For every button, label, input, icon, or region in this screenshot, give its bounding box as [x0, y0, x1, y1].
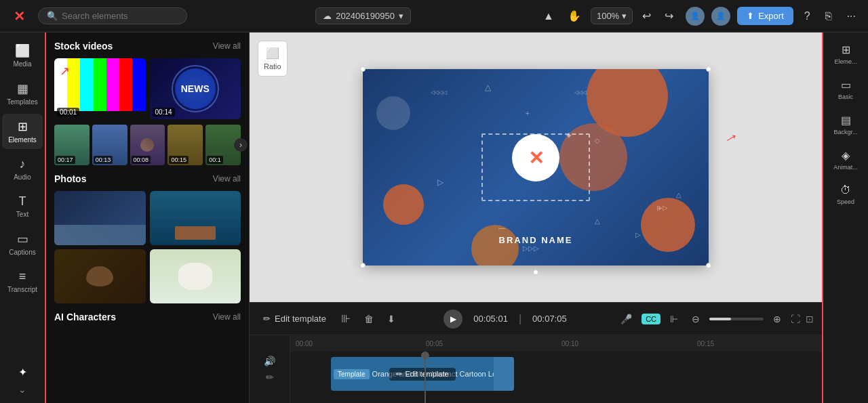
blob-4	[376, 96, 410, 130]
hand-tool-button[interactable]: ✋	[564, 7, 585, 25]
track-edit-icon[interactable]: ✏	[266, 372, 274, 383]
photos-grid	[54, 191, 241, 303]
right-sidebar-item-background[interactable]: ▤ Backgr...	[825, 108, 866, 141]
search-bar[interactable]: 🔍	[38, 7, 187, 24]
small-video-0[interactable]: 00:17	[54, 125, 90, 165]
text-icon: T	[19, 194, 26, 209]
ai-characters-header: AI Characters View all	[54, 312, 241, 322]
right-sidebar-item-animate[interactable]: ◈ Animat...	[825, 144, 866, 176]
undo-button[interactable]: ↩	[638, 7, 655, 25]
sidebar-item-captions[interactable]: ▭ Captions	[2, 226, 43, 261]
photos-section: Photos View all	[54, 173, 241, 303]
right-speed-label: Speed	[837, 198, 854, 205]
small-video-duration-3: 00:15	[169, 156, 189, 164]
stock-video-item-0[interactable]: ↗ 00:01	[54, 58, 146, 119]
right-background-icon: ▤	[841, 114, 851, 127]
zoom-control[interactable]: 100% ▾	[591, 7, 633, 24]
photo-item-1[interactable]	[150, 191, 241, 245]
clip-overlay[interactable]: ✏ Edit template	[331, 357, 514, 391]
canvas-handle-tr[interactable]	[706, 66, 711, 72]
help-button[interactable]: ?	[800, 7, 814, 25]
split-tl-button[interactable]: ⊩	[666, 311, 682, 327]
transcript-icon: ≡	[19, 270, 26, 284]
edit-template-button[interactable]: ✏ Edit template	[258, 311, 332, 326]
ratio-button[interactable]: ⬜ Ratio	[258, 41, 288, 77]
small-video-1[interactable]: 00:13	[92, 125, 127, 165]
star-icon[interactable]: ✦	[18, 366, 27, 379]
export-button[interactable]: ⬆ Export	[737, 7, 793, 25]
download-button[interactable]: ⬇	[383, 311, 399, 327]
sidebar-item-audio[interactable]: ♪ Audio	[2, 152, 43, 186]
fullscreen-button[interactable]: ⊡	[806, 314, 814, 324]
edit-template-overlay[interactable]: ✏ Edit template	[389, 368, 455, 381]
blob-2	[641, 198, 695, 252]
ruler-mark-2: 00:10	[561, 340, 578, 347]
edit-overlay-icon: ✏	[396, 370, 402, 379]
current-time: 00:05:01	[473, 314, 508, 324]
play-button[interactable]: ▶	[443, 310, 462, 328]
right-sidebar-item-speed[interactable]: ⏱ Speed	[825, 179, 866, 211]
sidebar-item-transcript[interactable]: ≡ Transcript	[2, 264, 43, 299]
delete-button[interactable]: 🗑	[360, 311, 378, 327]
sidebar-item-media[interactable]: ⬜ Media	[2, 38, 43, 73]
video-duration-0: 00:01	[57, 108, 79, 116]
zoom-in-tl-button[interactable]: ⊕	[769, 311, 785, 327]
deco-chevrons-right: ◁◁◁	[574, 89, 587, 96]
photo-item-3[interactable]	[150, 249, 241, 303]
photo-item-0[interactable]	[54, 191, 146, 245]
redo-button[interactable]: ↪	[660, 7, 677, 25]
canvas-selected-element[interactable]: ✕	[481, 133, 590, 201]
track-volume-icon[interactable]: 🔊	[264, 356, 275, 366]
right-sidebar-item-basic[interactable]: ▭ Basic	[825, 73, 866, 106]
small-video-2[interactable]: 00:08	[130, 125, 165, 165]
export-label: Export	[758, 11, 784, 21]
photo-item-2[interactable]	[54, 249, 146, 303]
right-sidebar-item-elements[interactable]: ⊞ Eleme...	[825, 38, 866, 70]
logo-icon: ✕	[14, 8, 25, 24]
split-button[interactable]: ⊪	[337, 310, 355, 328]
mic-button[interactable]: 🎤	[616, 311, 636, 327]
red-arrow-right: →	[719, 125, 743, 150]
photos-title: Photos	[54, 173, 86, 184]
stock-video-item-1[interactable]: NEWS 00:14	[150, 58, 241, 119]
zoom-chevron-icon: ▾	[622, 11, 627, 21]
edit-template-icon: ✏	[263, 314, 271, 324]
photos-view-all[interactable]: View all	[213, 174, 241, 184]
project-name[interactable]: ☁ 202406190950 ▾	[315, 7, 411, 24]
small-videos-next-icon[interactable]: ›	[234, 138, 248, 152]
canvas-handle-bl[interactable]	[360, 263, 366, 268]
elements-icon: ⊞	[18, 119, 28, 134]
share-button[interactable]: ⎘	[821, 7, 836, 25]
sidebar-item-templates[interactable]: ▦ Templates	[2, 76, 43, 111]
sidebar-label-media: Media	[13, 60, 31, 68]
right-animate-icon: ◈	[842, 149, 850, 162]
sidebar-item-elements[interactable]: ⊞ Elements	[2, 114, 43, 149]
right-elements-icon: ⊞	[842, 43, 850, 56]
more-button[interactable]: ···	[843, 7, 860, 25]
captions-tl-button[interactable]: CC	[642, 314, 660, 324]
canvas-handle-tl[interactable]	[360, 66, 366, 72]
stock-videos-view-all[interactable]: View all	[213, 41, 241, 51]
video-duration-1: 00:14	[153, 108, 175, 116]
zoom-out-tl-button[interactable]: ⊖	[688, 311, 704, 327]
small-video-3[interactable]: 00:15	[167, 125, 203, 165]
cursor-tool-button[interactable]: ▲	[539, 7, 558, 25]
timeline-clip[interactable]: Template Orange and Blue Abstract Cartoo…	[331, 357, 514, 391]
sidebar-item-text[interactable]: T Text	[2, 189, 43, 224]
sidebar-label-templates: Templates	[7, 98, 38, 106]
edit-overlay-label: Edit template	[405, 370, 448, 378]
search-input[interactable]	[62, 11, 170, 21]
zoom-slider[interactable]	[709, 318, 764, 320]
track-side-controls: 🔊 ✏	[250, 335, 290, 403]
canvas-handle-bottom[interactable]	[533, 270, 538, 275]
expand-button[interactable]: ⛶	[791, 314, 800, 324]
cloud-icon: ☁	[323, 11, 332, 21]
ai-characters-view-all[interactable]: View all	[213, 312, 241, 322]
canvas-logo-x-icon: ✕	[528, 147, 544, 169]
ratio-label: Ratio	[264, 62, 281, 70]
zoom-level-text: 100%	[597, 11, 619, 21]
canvas-frame[interactable]: △ ◁◁◁ + ✦ ◇ △ ▷ ▷▷ — ▷ ◁◁◁◁ ▷▷▷ △ +	[363, 69, 709, 266]
canvas-handle-br[interactable]	[706, 263, 711, 268]
sidebar-collapse-icon[interactable]: ⌄	[16, 381, 29, 398]
chevron-down-icon: ▾	[399, 11, 403, 21]
